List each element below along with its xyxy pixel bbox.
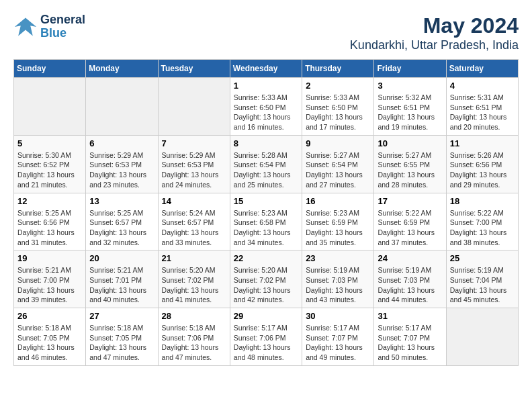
calendar-cell: 9Sunrise: 5:27 AM Sunset: 6:54 PM Daylig…	[302, 135, 374, 193]
calendar-cell: 24Sunrise: 5:19 AM Sunset: 7:03 PM Dayli…	[374, 250, 446, 308]
calendar-cell	[14, 78, 86, 136]
day-number: 3	[378, 81, 442, 91]
calendar-cell: 20Sunrise: 5:21 AM Sunset: 7:01 PM Dayli…	[86, 250, 158, 308]
day-number: 25	[450, 253, 515, 263]
header-day-thursday: Thursday	[302, 60, 374, 78]
day-number: 6	[89, 138, 154, 148]
header-day-tuesday: Tuesday	[158, 60, 230, 78]
day-info: Sunrise: 5:18 AM Sunset: 7:05 PM Dayligh…	[89, 323, 154, 363]
day-info: Sunrise: 5:23 AM Sunset: 6:59 PM Dayligh…	[306, 208, 370, 248]
day-info: Sunrise: 5:20 AM Sunset: 7:02 PM Dayligh…	[234, 265, 298, 305]
calendar-week-1: 1Sunrise: 5:33 AM Sunset: 6:50 PM Daylig…	[14, 78, 519, 136]
day-number: 23	[306, 253, 370, 263]
day-info: Sunrise: 5:21 AM Sunset: 7:01 PM Dayligh…	[89, 265, 154, 305]
calendar-week-5: 26Sunrise: 5:18 AM Sunset: 7:05 PM Dayli…	[14, 308, 519, 366]
calendar-cell: 26Sunrise: 5:18 AM Sunset: 7:05 PM Dayli…	[14, 308, 86, 366]
calendar-cell: 17Sunrise: 5:22 AM Sunset: 6:59 PM Dayli…	[374, 193, 446, 250]
day-number: 12	[17, 196, 82, 206]
day-info: Sunrise: 5:19 AM Sunset: 7:03 PM Dayligh…	[378, 265, 442, 305]
title-block: May 2024 Kundarkhi, Uttar Pradesh, India	[350, 13, 519, 52]
day-info: Sunrise: 5:18 AM Sunset: 7:06 PM Dayligh…	[162, 323, 226, 363]
day-info: Sunrise: 5:27 AM Sunset: 6:54 PM Dayligh…	[306, 150, 370, 190]
day-info: Sunrise: 5:17 AM Sunset: 7:06 PM Dayligh…	[234, 323, 298, 363]
calendar-cell	[86, 78, 158, 136]
day-number: 14	[162, 196, 226, 206]
calendar-table: SundayMondayTuesdayWednesdayThursdayFrid…	[13, 59, 519, 366]
calendar-cell: 7Sunrise: 5:29 AM Sunset: 6:53 PM Daylig…	[158, 135, 230, 193]
logo: General Blue	[13, 13, 85, 40]
day-info: Sunrise: 5:27 AM Sunset: 6:55 PM Dayligh…	[378, 150, 442, 190]
calendar-cell: 15Sunrise: 5:23 AM Sunset: 6:58 PM Dayli…	[230, 193, 302, 250]
day-info: Sunrise: 5:21 AM Sunset: 7:00 PM Dayligh…	[17, 265, 82, 305]
calendar-cell: 28Sunrise: 5:18 AM Sunset: 7:06 PM Dayli…	[158, 308, 230, 366]
svg-marker-0	[15, 17, 36, 36]
header-day-sunday: Sunday	[14, 60, 86, 78]
calendar-cell: 31Sunrise: 5:17 AM Sunset: 7:07 PM Dayli…	[374, 308, 446, 366]
day-number: 29	[234, 311, 298, 321]
day-info: Sunrise: 5:18 AM Sunset: 7:05 PM Dayligh…	[17, 323, 82, 363]
day-info: Sunrise: 5:19 AM Sunset: 7:03 PM Dayligh…	[306, 265, 370, 305]
day-number: 20	[89, 253, 154, 263]
day-info: Sunrise: 5:32 AM Sunset: 6:51 PM Dayligh…	[378, 93, 442, 132]
day-number: 30	[306, 311, 370, 321]
logo-icon	[13, 15, 38, 39]
calendar-cell: 12Sunrise: 5:25 AM Sunset: 6:56 PM Dayli…	[14, 193, 86, 250]
calendar-week-2: 5Sunrise: 5:30 AM Sunset: 6:52 PM Daylig…	[14, 135, 519, 193]
day-number: 18	[450, 196, 515, 206]
calendar-cell: 22Sunrise: 5:20 AM Sunset: 7:02 PM Dayli…	[230, 250, 302, 308]
day-info: Sunrise: 5:24 AM Sunset: 6:57 PM Dayligh…	[162, 208, 226, 248]
day-info: Sunrise: 5:17 AM Sunset: 7:07 PM Dayligh…	[306, 323, 370, 363]
day-number: 11	[450, 138, 515, 148]
day-number: 19	[17, 253, 82, 263]
day-number: 10	[378, 138, 442, 148]
calendar-cell: 11Sunrise: 5:26 AM Sunset: 6:56 PM Dayli…	[446, 135, 518, 193]
calendar-cell: 27Sunrise: 5:18 AM Sunset: 7:05 PM Dayli…	[86, 308, 158, 366]
day-info: Sunrise: 5:29 AM Sunset: 6:53 PM Dayligh…	[162, 150, 226, 190]
day-number: 21	[162, 253, 226, 263]
day-number: 27	[89, 311, 154, 321]
calendar-cell: 21Sunrise: 5:20 AM Sunset: 7:02 PM Dayli…	[158, 250, 230, 308]
day-info: Sunrise: 5:19 AM Sunset: 7:04 PM Dayligh…	[450, 265, 515, 305]
calendar-header: SundayMondayTuesdayWednesdayThursdayFrid…	[14, 60, 519, 78]
calendar-body: 1Sunrise: 5:33 AM Sunset: 6:50 PM Daylig…	[14, 78, 519, 366]
page-header: General Blue May 2024 Kundarkhi, Uttar P…	[13, 13, 519, 52]
calendar-week-3: 12Sunrise: 5:25 AM Sunset: 6:56 PM Dayli…	[14, 193, 519, 250]
day-number: 2	[306, 81, 370, 91]
day-info: Sunrise: 5:33 AM Sunset: 6:50 PM Dayligh…	[234, 93, 298, 132]
day-number: 9	[306, 138, 370, 148]
day-number: 7	[162, 138, 226, 148]
day-info: Sunrise: 5:33 AM Sunset: 6:50 PM Dayligh…	[306, 93, 370, 132]
day-number: 26	[17, 311, 82, 321]
calendar-week-4: 19Sunrise: 5:21 AM Sunset: 7:00 PM Dayli…	[14, 250, 519, 308]
day-number: 24	[378, 253, 442, 263]
day-number: 8	[234, 138, 298, 148]
calendar-cell: 29Sunrise: 5:17 AM Sunset: 7:06 PM Dayli…	[230, 308, 302, 366]
header-day-wednesday: Wednesday	[230, 60, 302, 78]
day-info: Sunrise: 5:25 AM Sunset: 6:57 PM Dayligh…	[89, 208, 154, 248]
day-info: Sunrise: 5:29 AM Sunset: 6:53 PM Dayligh…	[89, 150, 154, 190]
header-row: SundayMondayTuesdayWednesdayThursdayFrid…	[14, 60, 519, 78]
calendar-cell	[158, 78, 230, 136]
calendar-cell: 14Sunrise: 5:24 AM Sunset: 6:57 PM Dayli…	[158, 193, 230, 250]
day-info: Sunrise: 5:28 AM Sunset: 6:54 PM Dayligh…	[234, 150, 298, 190]
calendar-cell: 30Sunrise: 5:17 AM Sunset: 7:07 PM Dayli…	[302, 308, 374, 366]
calendar-cell: 23Sunrise: 5:19 AM Sunset: 7:03 PM Dayli…	[302, 250, 374, 308]
day-number: 13	[89, 196, 154, 206]
day-info: Sunrise: 5:23 AM Sunset: 6:58 PM Dayligh…	[234, 208, 298, 248]
calendar-cell: 3Sunrise: 5:32 AM Sunset: 6:51 PM Daylig…	[374, 78, 446, 136]
calendar-cell: 13Sunrise: 5:25 AM Sunset: 6:57 PM Dayli…	[86, 193, 158, 250]
day-info: Sunrise: 5:22 AM Sunset: 7:00 PM Dayligh…	[450, 208, 515, 248]
day-number: 15	[234, 196, 298, 206]
day-number: 22	[234, 253, 298, 263]
calendar-cell: 18Sunrise: 5:22 AM Sunset: 7:00 PM Dayli…	[446, 193, 518, 250]
header-day-friday: Friday	[374, 60, 446, 78]
calendar-cell: 8Sunrise: 5:28 AM Sunset: 6:54 PM Daylig…	[230, 135, 302, 193]
calendar-cell: 16Sunrise: 5:23 AM Sunset: 6:59 PM Dayli…	[302, 193, 374, 250]
day-info: Sunrise: 5:31 AM Sunset: 6:51 PM Dayligh…	[450, 93, 515, 132]
calendar-cell: 19Sunrise: 5:21 AM Sunset: 7:00 PM Dayli…	[14, 250, 86, 308]
calendar-cell: 6Sunrise: 5:29 AM Sunset: 6:53 PM Daylig…	[86, 135, 158, 193]
calendar-cell: 2Sunrise: 5:33 AM Sunset: 6:50 PM Daylig…	[302, 78, 374, 136]
day-number: 16	[306, 196, 370, 206]
calendar-cell: 5Sunrise: 5:30 AM Sunset: 6:52 PM Daylig…	[14, 135, 86, 193]
day-number: 31	[378, 311, 442, 321]
